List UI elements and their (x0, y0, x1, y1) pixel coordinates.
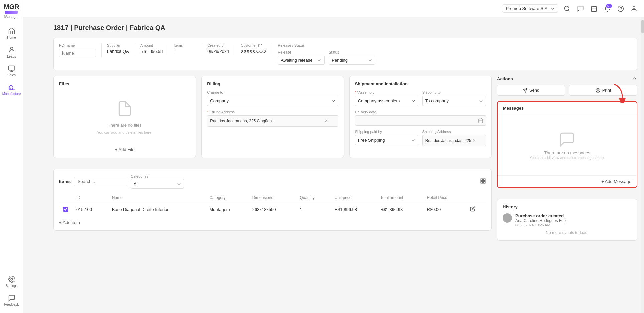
add-item-row: + Add item (59, 220, 486, 225)
scrollbar-track[interactable] (641, 17, 644, 313)
svg-point-6 (565, 6, 569, 10)
files-empty-state: There are no files You can add and delet… (59, 90, 190, 144)
row-checkbox-cell[interactable] (59, 203, 72, 216)
search-button[interactable] (562, 4, 572, 13)
po-name-input[interactable] (59, 49, 96, 57)
svg-rect-22 (484, 182, 485, 183)
sidebar-item-settings[interactable]: Settings (0, 272, 23, 291)
supplier-col: Supplier Fabrica QA (102, 43, 135, 54)
sidebar-item-feedback[interactable]: Feedback (0, 291, 23, 310)
history-user: Ana Caroline Rodrigues Feijo (515, 218, 632, 223)
release-col: Release Awaiting release (278, 50, 325, 65)
history-item: Purchase order created Ana Caroline Rodr… (503, 213, 632, 227)
help-button[interactable] (616, 4, 625, 13)
table-col-unit-price: Unit price (331, 193, 376, 203)
chat-button[interactable] (576, 4, 585, 13)
files-empty-text: There are no files (108, 123, 142, 128)
sidebar-item-leads[interactable]: Leads (0, 43, 23, 62)
assembly-label: *Assembly (355, 90, 418, 94)
row-checkbox[interactable] (63, 207, 68, 212)
send-button[interactable]: Send (497, 85, 565, 96)
files-empty-subtext: You can add and delete files here. (97, 130, 152, 134)
amount-col: Amount R$1,896.98 (135, 43, 168, 54)
history-date: 08/29/2024 10:25 AM (515, 223, 632, 227)
status-select[interactable]: Pending (329, 56, 375, 65)
middle-row: Files There are no files You can add and… (53, 76, 492, 163)
svg-point-5 (11, 278, 13, 280)
release-select[interactable]: Awaiting release (278, 56, 325, 65)
shipping-address-group: Shipping Address Rua dos Jacarandás, 225… (422, 130, 486, 146)
files-card: Files There are no files You can add and… (53, 76, 196, 158)
calendar-icon (591, 5, 597, 12)
messages-footer: + Add Message (498, 175, 637, 187)
table-col-total-amount: Total amount (376, 193, 423, 203)
delivery-date-input[interactable]: 09/04/2024 (355, 115, 486, 126)
add-item-link[interactable]: + Add item (59, 220, 486, 225)
sidebar-item-manufacture[interactable]: Manufacture (0, 80, 23, 99)
created-on-value: 08/29/2024 (207, 49, 230, 54)
table-col-dimensions: Dimensions (248, 193, 296, 203)
shipping-to-select[interactable]: To company (422, 96, 486, 106)
shipping-address-clear[interactable]: × (473, 138, 476, 144)
shipping-paid-by-group: Shipping paid by Free Shipping (355, 130, 418, 146)
categories-select[interactable]: All (131, 179, 184, 189)
history-title: History (503, 204, 632, 209)
release-status-col: Release / Status Release Awaiting releas… (272, 43, 381, 65)
items-value: 1 (174, 49, 196, 54)
svg-line-14 (260, 44, 262, 46)
shipping-paid-by-label: Shipping paid by (355, 130, 418, 134)
history-content: Purchase order created Ana Caroline Rodr… (515, 213, 632, 227)
scrollbar-thumb[interactable] (641, 20, 644, 33)
actions-collapse-button[interactable] (632, 76, 637, 82)
sidebar-item-feedback-label: Feedback (4, 303, 19, 306)
messages-title: Messages (503, 106, 524, 111)
settings-icon (8, 276, 15, 283)
notification-badge: 5+ (606, 4, 612, 8)
sidebar-item-sales-label: Sales (7, 73, 16, 77)
external-link-icon (258, 43, 262, 47)
profile-icon (631, 5, 637, 12)
row-edit-icon[interactable] (466, 203, 486, 216)
table-header-checkbox (59, 193, 72, 203)
svg-rect-25 (597, 91, 599, 92)
send-icon (523, 88, 527, 93)
row-id: 015.100 (72, 203, 108, 216)
sidebar-item-sales[interactable]: Sales (0, 62, 23, 80)
grid-view-icon[interactable] (480, 178, 486, 185)
table-col-actions (466, 193, 486, 203)
charge-to-group: Charge to Company (207, 90, 338, 106)
billing-address-clear[interactable]: × (325, 118, 328, 124)
svg-rect-19 (481, 179, 482, 180)
items-search-input[interactable] (74, 177, 127, 186)
shipping-to-group: Shipping to To company (422, 90, 486, 106)
shipping-paid-by-select[interactable]: Free Shipping (355, 135, 418, 145)
topbar: Promob Software S.A. 5+ (23, 0, 644, 17)
supplier-value: Fabrica QA (107, 49, 129, 54)
svg-point-13 (633, 6, 635, 8)
company-name: Promob Software S.A. (506, 6, 549, 11)
status-label: Status (329, 50, 375, 54)
search-icon (564, 5, 570, 12)
send-label: Send (529, 88, 539, 93)
customer-value: XXXXXXXXX (241, 49, 267, 54)
created-on-col: Created on 08/29/2024 (202, 43, 235, 54)
shipment-card: Shipment and Installation *Assembly Comp… (349, 76, 492, 158)
sidebar-item-home[interactable]: Home (0, 24, 23, 43)
table-body: 015.100 Base Diagonal Direito Inferior M… (59, 203, 486, 216)
company-selector[interactable]: Promob Software S.A. (502, 4, 558, 13)
svg-rect-1 (8, 66, 14, 70)
charge-to-select[interactable]: Company (207, 96, 338, 106)
profile-button[interactable] (629, 4, 639, 13)
chevron-down-icon (551, 7, 555, 11)
assembly-select[interactable]: Company assemblers (355, 96, 418, 106)
content-left: Files There are no files You can add and… (53, 76, 492, 241)
shipping-address-text: Rua dos Jacarandás, 225 (425, 138, 471, 143)
notifications-button[interactable]: 5+ (603, 4, 612, 13)
row-total-amount: R$1,896.98 (376, 203, 423, 216)
calendar-button[interactable] (589, 4, 599, 13)
add-message-link[interactable]: + Add Message (601, 179, 631, 184)
add-file-link[interactable]: + Add File (115, 147, 134, 152)
assembly-shipping-row: *Assembly Company assemblers Shipping to… (355, 90, 486, 110)
status-col: Status Pending (329, 50, 375, 65)
pencil-icon (470, 206, 475, 212)
